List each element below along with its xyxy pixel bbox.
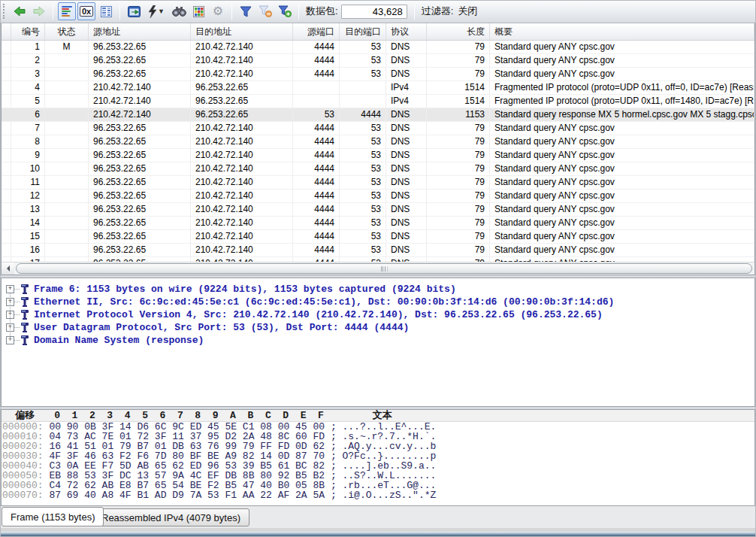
packet-row[interactable]: 15 96.253.22.65 210.42.72.140 4444 53 DN… [2,230,754,244]
packet-row[interactable]: 7 96.253.22.65 210.42.72.140 4444 53 DNS… [2,122,754,135]
column-header[interactable]: 长度 [427,23,490,40]
cell-destination-address: 210.42.72.140 [191,203,293,217]
filter-add-button[interactable] [276,2,294,20]
packet-row[interactable]: 9 96.253.22.65 210.42.72.140 4444 53 DNS… [2,149,754,162]
cell-protocol: DNS [386,162,427,176]
cell-status [45,217,89,230]
hex-view-icon: 0x [80,6,93,17]
column-header[interactable]: 协议 [386,23,427,40]
cell-destination-address: 210.42.72.140 [191,54,293,68]
forward-button[interactable] [30,2,48,20]
packet-row[interactable]: 3 96.253.22.65 210.42.72.140 4444 53 DNS… [2,68,754,81]
packet-row[interactable]: 1 M 96.253.22.65 210.42.72.140 4444 53 D… [2,41,754,54]
forward-arrow-icon [32,6,46,17]
cell-summary: Standard query ANY cpsc.gov [490,190,754,203]
hex-column-header: 2 [83,410,101,421]
cell-status [45,203,89,217]
cell-protocol: DNS [386,68,427,81]
packet-count-field[interactable] [341,5,407,19]
tree-item[interactable]: + Internet Protocol Version 4, Src: 210.… [6,308,754,321]
cell-summary: Standard query ANY cpsc.gov [490,162,754,176]
filter-remove-button[interactable] [256,2,274,20]
cell-destination-port: 53 [340,230,386,244]
packet-row[interactable]: 11 96.253.22.65 210.42.72.140 4444 53 DN… [2,176,754,190]
color-grid-icon [193,6,204,17]
cell-source-address: 210.42.72.140 [89,81,191,95]
packet-row[interactable]: 10 96.253.22.65 210.42.72.140 4444 53 DN… [2,162,754,176]
tree-item-label: Internet Protocol Version 4, Src: 210.42… [34,309,603,320]
cell-length: 1514 [427,81,490,95]
cell-status [45,54,89,68]
find-button[interactable] [170,2,188,20]
packet-table-body: 1 M 96.253.22.65 210.42.72.140 4444 53 D… [2,41,754,262]
settings-button[interactable]: ⚙ [209,2,227,20]
back-button[interactable] [11,2,29,20]
cell-status [45,68,89,81]
filter-apply-button[interactable] [237,2,255,20]
column-header[interactable]: 概要 [490,23,754,40]
tree-item[interactable]: + Ethernet II, Src: 6c:9c:ed:45:5e:c1 (6… [6,296,754,308]
cell-protocol: DNS [386,176,427,190]
column-header[interactable]: 目的端口 [340,23,386,40]
toolbar-grip-handle[interactable] [3,4,6,19]
cell-number: 7 [8,122,45,135]
column-header[interactable]: 状态 [45,23,89,40]
hex-row[interactable]: 000070:87 69 40 A8 4F B1 AD D9 7A 53 F1 … [2,490,754,500]
expand-plus-icon[interactable]: + [6,285,14,293]
send-to-window-button[interactable] [125,2,143,20]
tree-item[interactable]: + User Datagram Protocol, Src Port: 53 (… [6,321,754,334]
window-export-icon [128,6,141,17]
cell-source-address: 96.253.22.65 [89,135,191,149]
hex-column-header: 8 [189,410,207,421]
packet-row[interactable]: 12 96.253.22.65 210.42.72.140 4444 53 DN… [2,190,754,203]
hex-column-header: 5 [136,410,153,421]
cell-protocol: DNS [386,244,427,257]
tab-reassembled-ipv4[interactable]: Reassembled IPv4 (4079 bytes) [92,508,249,526]
tab-frame[interactable]: Frame (1153 bytes) [2,507,104,526]
tree-item[interactable]: + Domain Name System (response) [6,334,754,347]
hex-dump-pane: 偏移 0123456789ABCDEF文本 000000:00 90 0B 3F… [1,409,755,506]
cell-destination-port: 53 [340,68,386,81]
cell-status [45,108,89,122]
cell-protocol: DNS [386,217,427,230]
cell-source-port: 4444 [293,176,340,190]
cell-summary: Standard query ANY cpsc.gov [490,149,754,162]
detail-view-toggle[interactable] [97,2,115,20]
packet-row[interactable]: 5 210.42.72.140 96.253.22.65 IPv4 1514 F… [2,95,754,108]
cell-length: 1153 [427,108,490,122]
scroll-left-button[interactable] [2,262,14,275]
hex-view-toggle[interactable]: 0x [77,2,95,20]
packet-row[interactable]: 14 96.253.22.65 210.42.72.140 4444 53 DN… [2,217,754,230]
packet-list-view-toggle[interactable] [58,2,76,20]
tree-connector [14,340,20,341]
cell-source-port: 4444 [293,244,340,257]
packet-row[interactable]: 6 210.42.72.140 96.253.22.65 53 4444 DNS… [2,108,754,122]
packet-row[interactable]: 16 96.253.22.65 210.42.72.140 4444 53 DN… [2,244,754,257]
scroll-left-arrow-icon [6,265,11,272]
column-header[interactable]: 源地址 [89,23,191,40]
packet-row[interactable]: 4 210.42.72.140 96.253.22.65 IPv4 1514 F… [2,81,754,95]
scrollbar-thumb[interactable] [16,263,752,274]
cell-source-address: 96.253.22.65 [89,217,191,230]
column-header[interactable]: 源端口 [293,23,340,40]
horizontal-scrollbar[interactable] [2,262,754,275]
packet-row[interactable]: 8 96.253.22.65 210.42.72.140 4444 53 DNS… [2,135,754,149]
cell-status [45,122,89,135]
column-header[interactable]: 编号 [8,23,45,40]
analyze-button[interactable]: ▼ [144,2,168,20]
cell-protocol: IPv4 [386,95,427,108]
tree-item[interactable]: + Frame 6: 1153 bytes on wire (9224 bits… [6,283,754,296]
column-header[interactable]: 目的地址 [191,23,293,40]
cell-length: 79 [427,149,490,162]
packet-count-label: 数据包: [306,5,338,18]
cell-status [45,176,89,190]
packet-row[interactable]: 13 96.253.22.65 210.42.72.140 4444 53 DN… [2,203,754,217]
cell-destination-address: 210.42.72.140 [191,149,293,162]
cell-summary: Fragmented IP protocol (proto=UDP 0x11, … [490,81,754,95]
coloring-rules-button[interactable] [189,2,207,20]
protocol-detail-pane: + Frame 6: 1153 bytes on wire (9224 bits… [1,278,755,407]
tree-item-label: Domain Name System (response) [34,335,204,346]
binoculars-icon [172,6,186,17]
cell-destination-address: 96.253.22.65 [191,108,293,122]
packet-row[interactable]: 2 96.253.22.65 210.42.72.140 4444 53 DNS… [2,54,754,68]
